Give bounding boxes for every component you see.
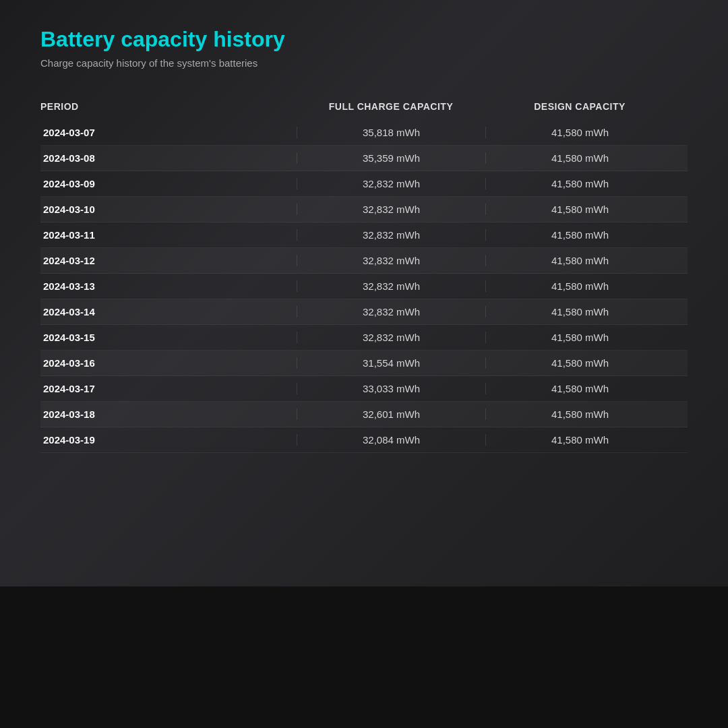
table-row: 2024-03-1932,084 mWh41,580 mWh <box>40 427 688 453</box>
table-header: PERIOD FULL CHARGE CAPACITY DESIGN CAPAC… <box>40 96 688 120</box>
table-row: 2024-03-0932,832 mWh41,580 mWh <box>40 171 688 197</box>
cell-full-charge: 35,818 mWh <box>297 127 485 138</box>
cell-full-charge: 32,832 mWh <box>297 332 485 343</box>
cell-period: 2024-03-17 <box>40 383 297 394</box>
cell-full-charge: 32,832 mWh <box>297 280 485 292</box>
table-row: 2024-03-1733,033 mWh41,580 mWh <box>40 376 688 402</box>
table-row: 2024-03-1032,832 mWh41,580 mWh <box>40 197 688 222</box>
battery-table: PERIOD FULL CHARGE CAPACITY DESIGN CAPAC… <box>40 96 688 453</box>
cell-design-capacity: 41,580 mWh <box>485 280 674 292</box>
table-row: 2024-03-1532,832 mWh41,580 mWh <box>40 325 688 351</box>
cell-full-charge: 32,084 mWh <box>297 434 485 446</box>
cell-period: 2024-03-13 <box>40 280 297 292</box>
cell-period: 2024-03-10 <box>40 204 297 215</box>
cell-full-charge: 32,832 mWh <box>297 306 485 317</box>
cell-full-charge: 32,832 mWh <box>297 204 485 215</box>
cell-design-capacity: 41,580 mWh <box>485 357 674 369</box>
cell-period: 2024-03-07 <box>40 127 297 138</box>
cell-full-charge: 35,359 mWh <box>297 152 485 164</box>
cell-design-capacity: 41,580 mWh <box>485 306 674 317</box>
cell-full-charge: 32,832 mWh <box>297 178 485 189</box>
cell-period: 2024-03-11 <box>40 229 297 241</box>
cell-design-capacity: 41,580 mWh <box>485 332 674 343</box>
cell-design-capacity: 41,580 mWh <box>485 255 674 266</box>
cell-period: 2024-03-15 <box>40 332 297 343</box>
cell-period: 2024-03-18 <box>40 408 297 420</box>
header-full-charge: FULL CHARGE CAPACITY <box>297 101 485 112</box>
cell-design-capacity: 41,580 mWh <box>485 178 674 189</box>
cell-design-capacity: 41,580 mWh <box>485 383 674 394</box>
cell-period: 2024-03-14 <box>40 306 297 317</box>
cell-full-charge: 33,033 mWh <box>297 383 485 394</box>
cell-design-capacity: 41,580 mWh <box>485 127 674 138</box>
cell-design-capacity: 41,580 mWh <box>485 229 674 241</box>
cell-period: 2024-03-08 <box>40 152 297 164</box>
header-design-capacity: DESIGN CAPACITY <box>485 101 674 112</box>
table-row: 2024-03-1832,601 mWh41,580 mWh <box>40 402 688 427</box>
table-row: 2024-03-1332,832 mWh41,580 mWh <box>40 274 688 299</box>
cell-full-charge: 32,601 mWh <box>297 408 485 420</box>
bottom-area <box>0 586 728 728</box>
table-row: 2024-03-1132,832 mWh41,580 mWh <box>40 222 688 248</box>
cell-full-charge: 32,832 mWh <box>297 255 485 266</box>
table-row: 2024-03-0835,359 mWh41,580 mWh <box>40 146 688 171</box>
cell-full-charge: 32,832 mWh <box>297 229 485 241</box>
cell-design-capacity: 41,580 mWh <box>485 204 674 215</box>
cell-design-capacity: 41,580 mWh <box>485 434 674 446</box>
cell-period: 2024-03-12 <box>40 255 297 266</box>
table-row: 2024-03-0735,818 mWh41,580 mWh <box>40 120 688 146</box>
cell-design-capacity: 41,580 mWh <box>485 408 674 420</box>
cell-period: 2024-03-19 <box>40 434 297 446</box>
cell-full-charge: 31,554 mWh <box>297 357 485 369</box>
table-row: 2024-03-1432,832 mWh41,580 mWh <box>40 299 688 325</box>
main-screen: Battery capacity history Charge capacity… <box>0 0 728 586</box>
header-period: PERIOD <box>40 101 297 112</box>
page-title: Battery capacity history <box>40 27 688 52</box>
page-subtitle: Charge capacity history of the system's … <box>40 57 688 69</box>
table-row: 2024-03-1631,554 mWh41,580 mWh <box>40 351 688 376</box>
cell-design-capacity: 41,580 mWh <box>485 152 674 164</box>
cell-period: 2024-03-09 <box>40 178 297 189</box>
table-row: 2024-03-1232,832 mWh41,580 mWh <box>40 248 688 274</box>
table-body: 2024-03-0735,818 mWh41,580 mWh2024-03-08… <box>40 120 688 453</box>
cell-period: 2024-03-16 <box>40 357 297 369</box>
